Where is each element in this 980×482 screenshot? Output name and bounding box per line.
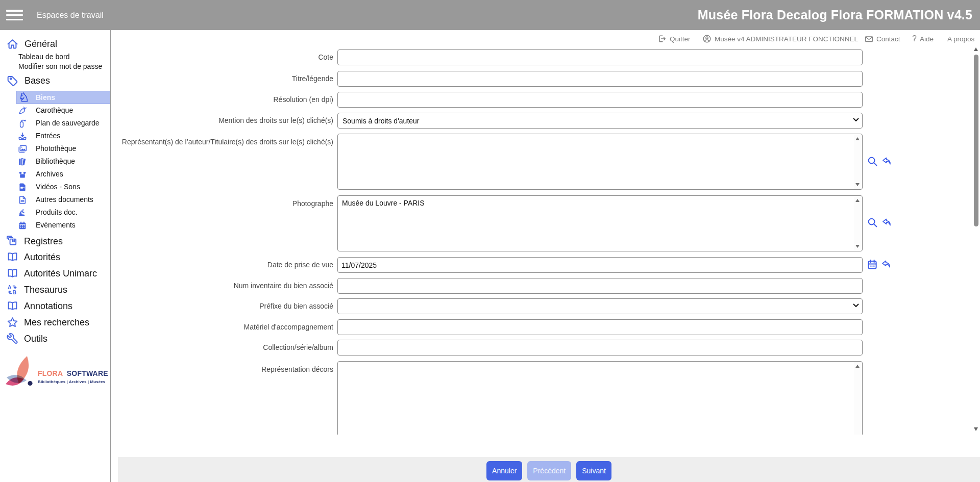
undo-icon[interactable] [880, 259, 892, 270]
field-label-resolution: Résolution (en dpi) [111, 92, 333, 108]
titre-legende-input[interactable] [337, 71, 863, 87]
photographe-actions [867, 217, 892, 229]
scroll-down-arrow-icon[interactable] [855, 183, 860, 186]
sidebar-item-label: Evènements [36, 219, 76, 232]
scroll-up-arrow-icon[interactable] [974, 47, 978, 51]
sidebar-item-label: Carothèque [36, 104, 73, 117]
precedent-button[interactable]: Précédent [527, 461, 571, 480]
brand-tagline: Bibliothèques | Archives | Musées [38, 379, 105, 384]
svg-text:B: B [13, 289, 17, 295]
scroll-down-arrow-icon[interactable] [855, 245, 860, 248]
field-label-num-inventaire: Num inventaire du bien associé [111, 278, 333, 294]
inbox-download-icon [18, 132, 27, 141]
sidebar-item-archives[interactable]: Archives [0, 168, 110, 181]
sidebar-item-label: Registres [24, 234, 63, 249]
question-mark-icon: ? [912, 35, 917, 43]
cote-input[interactable] [337, 49, 863, 65]
textarea-scrollbar[interactable] [854, 196, 862, 250]
brand-first: FLORA [38, 369, 63, 377]
sidebar-item-mes-recherches[interactable]: Mes recherches [0, 315, 110, 330]
application-window: Espaces de travail Musée Flora Decalog F… [0, 0, 980, 482]
sidebar-item-phototheque[interactable]: Photothèque [0, 142, 110, 155]
mention-droits-select[interactable]: Soumis à droits d'auteur [337, 113, 863, 129]
help-link[interactable]: ? Aide [912, 34, 934, 44]
photographe-textarea[interactable]: Musée du Louvre - PARIS [338, 196, 853, 251]
chess-knight-icon: ♘ [18, 92, 28, 101]
about-link[interactable]: A propos [947, 34, 974, 44]
sidebar-item-evenements[interactable]: Evènements [0, 219, 110, 232]
field-label-cote: Cote [111, 49, 333, 65]
quit-link[interactable]: Quitter [657, 34, 691, 44]
hamburger-menu-icon[interactable] [6, 10, 23, 20]
resolution-input[interactable] [337, 92, 863, 108]
date-prise-vue-input[interactable] [337, 257, 863, 273]
representation-decors-textarea[interactable] [338, 362, 853, 417]
sidebar-link-modifier-mot-de-passe[interactable]: Modifier son mot de passe [18, 62, 102, 71]
scroll-up-arrow-icon[interactable] [855, 199, 860, 202]
representant-textarea[interactable] [338, 134, 853, 189]
sidebar-item-biens[interactable]: ♘ Biens [16, 91, 110, 105]
sidebar-item-autres-documents[interactable]: Autres documents [0, 193, 110, 206]
sidebar-item-label: Mes recherches [24, 315, 89, 330]
sidebar-item-plan-de-sauvegarde[interactable]: Plan de sauvegarde [0, 117, 110, 130]
sidebar-item-outils[interactable]: Outils [0, 331, 110, 346]
field-label-representation-decors: Représentation décors [111, 364, 333, 374]
calendar-icon[interactable] [867, 259, 877, 270]
open-book-icon [6, 300, 19, 312]
sidebar-item-autorites[interactable]: Autorités [0, 249, 110, 265]
sidebar-link-tableau-de-bord[interactable]: Tableau de bord [18, 52, 69, 62]
sidebar-item-label: Vidéos - Sons [36, 181, 80, 193]
search-icon[interactable] [867, 156, 878, 167]
annuler-button[interactable]: Annuler [486, 461, 522, 480]
textarea-scrollbar[interactable] [854, 362, 862, 435]
sidebar-item-label: Entrées [36, 130, 60, 142]
sidebar-item-annotations[interactable]: Annotations [0, 298, 110, 314]
num-inventaire-input[interactable] [337, 278, 863, 294]
textarea-scrollbar[interactable] [854, 135, 862, 189]
prefixe-bien-select[interactable] [337, 298, 863, 314]
scroll-up-arrow-icon[interactable] [855, 137, 860, 140]
brand-second: SOFTWARE [67, 369, 108, 377]
search-icon[interactable] [867, 217, 878, 228]
user-account-link[interactable]: Musée v4 ADMINISTRATEUR FONCTIONNEL [702, 34, 858, 44]
collection-input[interactable] [337, 340, 863, 356]
sidebar-section-general[interactable]: Général [0, 38, 110, 50]
scroll-up-arrow-icon[interactable] [855, 365, 860, 368]
hamburger-bar [6, 19, 23, 21]
workspace-label[interactable]: Espaces de travail [37, 0, 104, 30]
undo-icon[interactable] [880, 156, 892, 167]
field-label-collection: Collection/série/album [111, 340, 333, 356]
sidebar-item-autorites-unimarc[interactable]: Autorités Unimarc [0, 266, 110, 281]
tag-icon [7, 75, 18, 87]
paper-stack-icon [18, 208, 27, 217]
sidebar-item-bibliotheque[interactable]: Bibliothèque [0, 155, 110, 168]
page-scrollbar[interactable] [972, 30, 980, 435]
sidebar-item-videos-sons[interactable]: Vidéos - Sons [0, 181, 110, 193]
sidebar: Général Tableau de bord Modifier son mot… [0, 30, 111, 482]
sidebar-item-entrees[interactable]: Entrées [0, 130, 110, 142]
field-label-prefixe-bien: Préfixe du bien associé [111, 298, 333, 314]
scroll-down-arrow-icon[interactable] [974, 427, 978, 431]
sidebar-item-carotheque[interactable]: Carothèque [0, 104, 110, 117]
scrollbar-thumb[interactable] [974, 55, 978, 226]
undo-icon[interactable] [880, 217, 892, 229]
hamburger-bar [6, 10, 23, 12]
sidebar-item-produits-doc[interactable]: Produits doc. [0, 206, 110, 219]
user-circle-icon [702, 34, 712, 43]
field-label-photographe: Photographe [111, 198, 333, 209]
materiel-input[interactable] [337, 319, 863, 335]
sidebar-item-label: Plan de sauvegarde [36, 117, 100, 130]
help-label: Aide [920, 35, 934, 43]
home-icon [7, 38, 18, 50]
sidebar-section-bases[interactable]: Bases [0, 74, 110, 87]
field-label-materiel: Matériel d'accompagnement [111, 319, 333, 335]
fire-extinguisher-icon [18, 119, 27, 128]
representant-actions [867, 156, 892, 167]
sidebar-item-label: Autorités Unimarc [24, 266, 97, 281]
sidebar-item-registres[interactable]: Registres [0, 234, 110, 249]
suivant-button[interactable]: Suivant [576, 461, 611, 480]
flora-petals-icon [3, 354, 37, 390]
open-box-icon [18, 170, 27, 179]
contact-link[interactable]: Contact [865, 34, 900, 44]
sidebar-item-thesaurus[interactable]: A B Thesaurus [0, 282, 110, 297]
